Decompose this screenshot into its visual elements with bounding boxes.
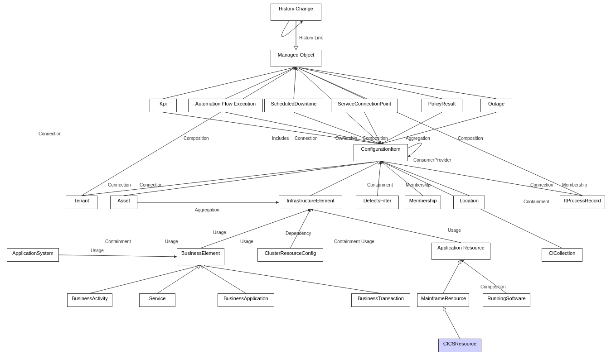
node-scheduleddowntime: ScheduledDowntime xyxy=(264,99,323,112)
edge-label: Containment xyxy=(334,239,360,244)
node-kpi: Kpi xyxy=(150,99,177,112)
svg-line-27 xyxy=(310,209,461,243)
node-mainframeresource: MainframeResource xyxy=(417,293,469,307)
edge-label: Composition xyxy=(363,136,388,141)
node-policyresult: PolicyResult xyxy=(422,99,462,112)
node-membership: Membership xyxy=(405,196,441,209)
node-asset: Asset xyxy=(110,196,137,209)
edge-label: ConsumerProvider xyxy=(413,158,451,163)
node-cicsresource: CICSResource xyxy=(438,339,481,352)
svg-line-8 xyxy=(296,67,496,99)
edge-label: Dependency xyxy=(286,231,311,236)
node-applicationresource: Application Resource xyxy=(432,243,490,260)
svg-line-37 xyxy=(296,67,582,196)
edge-label: Connection xyxy=(530,182,553,187)
node-tenant: Tenant xyxy=(66,196,97,209)
node-infrastructureelement: InfrastructureElement xyxy=(279,196,342,209)
node-itprocessrecord: ItProcessRecord xyxy=(560,196,605,209)
node-cicollection: CiCollection xyxy=(542,248,582,262)
edge-label: Includes xyxy=(272,136,289,141)
edge-label: Usage xyxy=(240,239,253,244)
node-clusterresourceconfig: ClusterResourceConfig xyxy=(257,248,323,262)
svg-line-16 xyxy=(82,67,296,196)
node-defectsfilter: DefectsFilter xyxy=(356,196,399,209)
node-serviceconnectionpoint: ServiceConnectionPoint xyxy=(331,99,398,112)
node-businessactivity: BusinessActivity xyxy=(67,293,112,307)
node-automationflowexecution: Automation Flow Execution xyxy=(188,99,263,112)
svg-line-20 xyxy=(378,161,381,196)
node-configurationitem: ConfigurationItem xyxy=(354,144,408,161)
svg-line-33 xyxy=(443,260,461,293)
svg-line-35 xyxy=(443,307,460,339)
svg-line-3 xyxy=(163,67,296,99)
edge-label: Containment xyxy=(367,182,393,187)
edge-label: Membership xyxy=(562,182,587,187)
edge-label: History Link xyxy=(299,35,323,40)
svg-line-4 xyxy=(226,67,296,99)
svg-line-31 xyxy=(201,265,246,293)
node-runningsoftware: RunningSoftware xyxy=(483,293,530,307)
svg-line-22 xyxy=(381,161,469,196)
edge-label: Membership xyxy=(406,182,431,187)
edge-label: Usage xyxy=(91,248,104,253)
svg-line-18 xyxy=(124,161,381,196)
node-location: Location xyxy=(453,196,485,209)
node-businesstransaction: BusinessTransaction xyxy=(351,293,410,307)
edge-label: Usage xyxy=(165,239,178,244)
svg-line-30 xyxy=(157,265,201,293)
node-service: Service xyxy=(139,293,175,307)
edge-label: Containment xyxy=(105,239,131,244)
edge-label: Usage xyxy=(213,230,226,235)
svg-line-7 xyxy=(296,67,442,99)
node-managedobject: Managed Object xyxy=(271,50,321,67)
edge-label: Usage xyxy=(448,228,461,233)
node-historychange: History Change xyxy=(271,4,321,21)
node-applicationsystem: ApplicationSystem xyxy=(7,248,59,262)
edge-label: Connection xyxy=(295,136,318,141)
svg-line-25 xyxy=(201,209,311,248)
diagram-container: History ChangeManaged ObjectKpiAutomatio… xyxy=(0,0,616,364)
node-outage: Outage xyxy=(480,99,512,112)
edge-label: Connection xyxy=(39,131,62,136)
edge-label: Connection xyxy=(108,182,131,187)
edge-label: Aggregation xyxy=(406,136,430,141)
edge-label: Ownership xyxy=(335,136,357,141)
node-businessapplication: BusinessApplication xyxy=(218,293,274,307)
svg-line-28 xyxy=(59,255,177,257)
edge-label: Usage xyxy=(361,239,374,244)
edge-label: Aggregation xyxy=(195,207,219,212)
edge-label: Containment xyxy=(524,199,549,204)
edge-label: Connection xyxy=(140,182,163,187)
svg-line-19 xyxy=(310,161,381,196)
svg-line-29 xyxy=(90,265,201,293)
edge-label: Composition xyxy=(458,136,483,141)
svg-line-5 xyxy=(294,67,296,99)
node-businesselement: BusinessElement xyxy=(177,248,224,265)
svg-line-17 xyxy=(82,161,381,196)
svg-line-23 xyxy=(381,161,582,196)
edge-label: Composition xyxy=(184,136,209,141)
edge-label: Composition xyxy=(480,284,506,289)
svg-line-32 xyxy=(201,265,381,293)
